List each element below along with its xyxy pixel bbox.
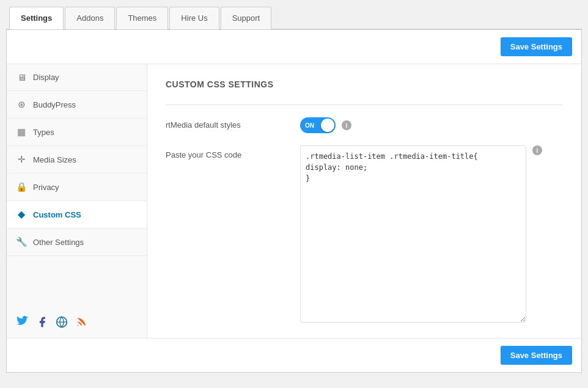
sidebar-label-privacy: Privacy: [33, 183, 59, 192]
rss-icon[interactable]: [75, 315, 88, 329]
default-styles-control: ON i: [300, 117, 351, 133]
css-code-label: Paste your CSS code: [166, 145, 300, 159]
sidebar-item-other-settings[interactable]: 🔧 Other Settings: [7, 229, 147, 256]
buddypress-icon: ⊛: [16, 99, 27, 110]
wordpress-icon[interactable]: [55, 315, 68, 329]
css-code-control: .rtmedia-list-item .rtmedia-item-title{ …: [300, 145, 563, 323]
toggle-thumb: [321, 119, 334, 132]
display-icon: 🖥: [16, 72, 27, 82]
main-panel: Save Settings 🖥 Display ⊛ BuddyP: [6, 29, 582, 373]
content-area: 🖥 Display ⊛ BuddyPress ▦ Types: [7, 64, 581, 338]
svg-point-1: [77, 325, 78, 326]
sidebar-item-display[interactable]: 🖥 Display: [7, 64, 147, 91]
sidebar-nav: 🖥 Display ⊛ BuddyPress ▦ Types: [7, 64, 147, 256]
sidebar-label-buddypress: BuddyPress: [33, 100, 76, 109]
default-styles-row: rtMedia default styles ON i: [166, 117, 563, 133]
bottom-bar: Save Settings: [7, 338, 581, 372]
default-styles-info-icon[interactable]: i: [342, 120, 351, 130]
tab-bar: Settings Addons Themes Hire Us Support: [6, 6, 582, 29]
sidebar-label-types: Types: [33, 128, 54, 137]
toggle-on-label: ON: [305, 122, 314, 129]
sidebar-item-custom-css[interactable]: ◆ Custom CSS: [7, 201, 147, 229]
sidebar-item-media-sizes[interactable]: ✛ Media Sizes: [7, 146, 147, 174]
sidebar-item-privacy[interactable]: 🔒 Privacy: [7, 174, 147, 201]
privacy-icon: 🔒: [16, 181, 27, 192]
sidebar: 🖥 Display ⊛ BuddyPress ▦ Types: [7, 64, 147, 338]
main-content: CUSTOM CSS SETTINGS rtMedia default styl…: [147, 64, 581, 338]
twitter-icon[interactable]: [16, 315, 29, 329]
sidebar-label-display: Display: [33, 73, 59, 82]
css-code-row: Paste your CSS code .rtmedia-list-item .…: [166, 145, 563, 323]
tab-support[interactable]: Support: [221, 7, 272, 29]
sidebar-item-buddypress[interactable]: ⊛ BuddyPress: [7, 91, 147, 119]
css-textarea[interactable]: .rtmedia-list-item .rtmedia-item-title{ …: [300, 145, 526, 323]
tab-hire-us[interactable]: Hire Us: [169, 7, 219, 29]
media-sizes-icon: ✛: [16, 154, 27, 165]
sidebar-label-other-settings: Other Settings: [33, 238, 84, 247]
sidebar-footer: [7, 306, 147, 338]
tab-themes[interactable]: Themes: [116, 7, 168, 29]
custom-css-icon: ◆: [16, 209, 27, 220]
save-settings-button-top[interactable]: Save Settings: [501, 37, 572, 56]
toggle-container[interactable]: ON: [300, 117, 336, 133]
save-settings-button-bottom[interactable]: Save Settings: [501, 346, 572, 365]
tab-settings[interactable]: Settings: [9, 7, 64, 29]
top-bar: Save Settings: [7, 30, 581, 64]
sidebar-item-types[interactable]: ▦ Types: [7, 119, 147, 146]
facebook-icon[interactable]: [35, 315, 49, 329]
toggle-switch[interactable]: ON: [300, 117, 336, 133]
css-code-info-icon[interactable]: i: [532, 145, 542, 155]
toggle-track: ON: [300, 117, 336, 133]
page-container: Settings Addons Themes Hire Us Support S…: [0, 0, 588, 388]
section-divider: [166, 104, 563, 105]
tab-addons[interactable]: Addons: [65, 7, 115, 29]
sidebar-label-media-sizes: Media Sizes: [33, 155, 76, 164]
sidebar-label-custom-css: Custom CSS: [33, 210, 81, 219]
types-icon: ▦: [16, 126, 27, 137]
section-title: CUSTOM CSS SETTINGS: [166, 79, 563, 89]
default-styles-label: rtMedia default styles: [166, 117, 300, 130]
other-settings-icon: 🔧: [16, 236, 27, 247]
